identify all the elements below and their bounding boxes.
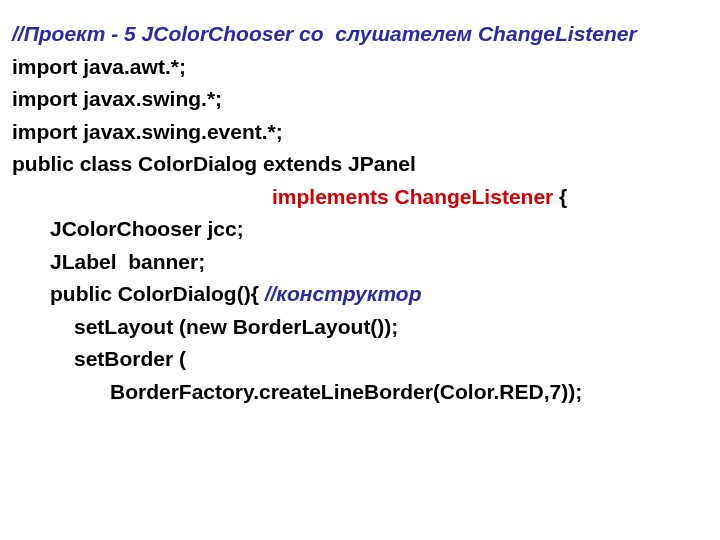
inline-comment: //конструктор [265,282,422,305]
code-line-comment: //Проект - 5 JColorChooser со слушателем… [12,18,708,51]
code-line: import javax.swing.*; [12,83,708,116]
code-line: public ColorDialog(){ //конструктор [12,278,708,311]
code-line: JLabel banner; [12,246,708,279]
code-line: BorderFactory.createLineBorder(Color.RED… [12,376,708,409]
brace-open: { [553,185,567,208]
code-line: setLayout (new BorderLayout()); [12,311,708,344]
code-line: JColorChooser jcc; [12,213,708,246]
constructor-decl: public ColorDialog(){ [50,282,265,305]
code-line: public class ColorDialog extends JPanel [12,148,708,181]
keyword-implements: implements ChangeListener [272,185,553,208]
code-line: setBorder ( [12,343,708,376]
code-line: implements ChangeListener { [12,181,708,214]
code-line: import javax.swing.event.*; [12,116,708,149]
code-line: import java.awt.*; [12,51,708,84]
